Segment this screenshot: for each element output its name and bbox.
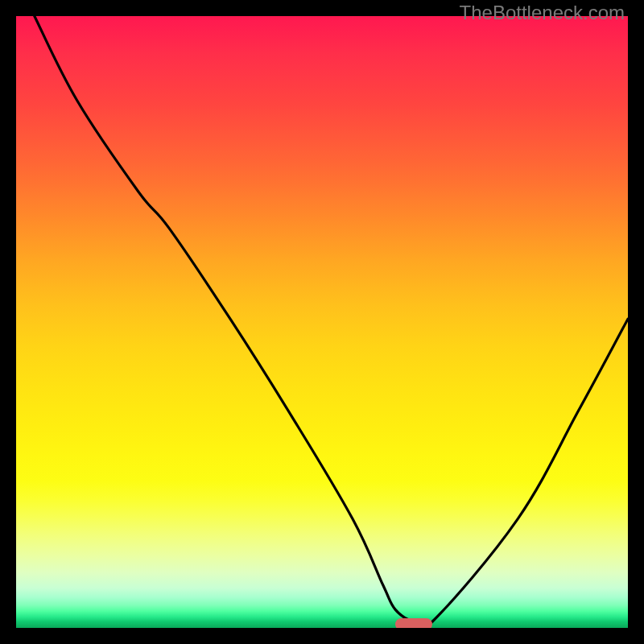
optimal-indicator-pill	[395, 618, 432, 628]
plot-area	[16, 16, 628, 628]
bottleneck-curve-path	[35, 16, 628, 628]
chart-frame	[16, 16, 628, 628]
curve-svg	[16, 16, 628, 628]
watermark-text: TheBottleneck.com	[460, 2, 625, 24]
